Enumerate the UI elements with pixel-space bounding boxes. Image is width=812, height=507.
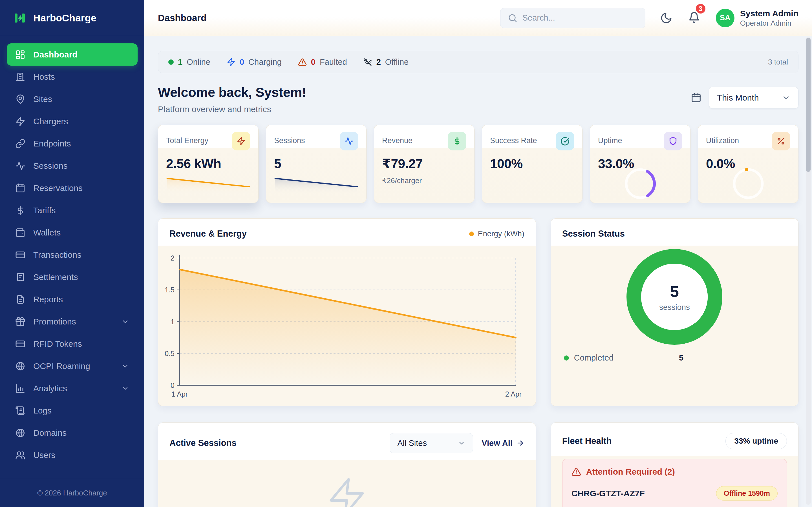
zap-icon [15, 116, 26, 126]
sidebar-item-promotions[interactable]: Promotions [7, 311, 138, 333]
chevron-down-icon [121, 318, 129, 326]
user-role: Operator Admin [740, 19, 799, 27]
sidebar-footer: © 2026 HarboCharge [0, 479, 144, 507]
charger-id: CHRG-GTZT-AZ7F [571, 489, 645, 498]
status-chip-offline: 2Offline [363, 57, 409, 67]
sidebar-item-users[interactable]: Users [7, 444, 138, 466]
sidebar-item-transactions[interactable]: Transactions [7, 244, 138, 266]
metric-card-utilization[interactable]: Utilization0.0% [698, 125, 799, 203]
scroll-icon [15, 406, 26, 416]
sidebar-item-reports[interactable]: Reports [7, 288, 138, 311]
globe-icon [15, 361, 26, 371]
svg-text:2: 2 [170, 254, 174, 262]
metric-card-revenue[interactable]: Revenue₹79.27₹26/charger [374, 125, 474, 203]
activity-icon [345, 136, 354, 146]
notifications-button[interactable]: 3 [688, 11, 700, 24]
chevron-down-icon [121, 362, 129, 370]
fleet-health-title: Fleet Health [562, 436, 612, 446]
search-icon [508, 13, 517, 23]
sidebar-item-chargers[interactable]: Chargers [7, 110, 138, 132]
welcome-title: Welcome back, System! [158, 84, 306, 100]
scrollbar-track [806, 37, 811, 505]
sidebar-item-dashboard[interactable]: Dashboard [7, 43, 138, 66]
site-filter-value: All Sites [397, 439, 427, 448]
sidebar-item-hosts[interactable]: Hosts [7, 66, 138, 88]
status-total: 3 total [768, 58, 788, 66]
metric-card-total-energy[interactable]: Total Energy2.56 kWh [158, 125, 259, 203]
sidebar: HarboCharge DashboardHostsSitesChargersE… [0, 0, 144, 507]
status-chip-online: 1Online [168, 57, 210, 67]
content: 1Online0Charging0Faulted2Offline 3 total… [144, 36, 812, 507]
scrollbar-thumb[interactable] [806, 38, 811, 172]
active-sessions-panel: Active Sessions All Sites View All [158, 422, 536, 507]
user-menu[interactable]: SA System Admin Operator Admin [716, 8, 799, 27]
chevron-down-icon [458, 439, 465, 447]
sidebar-nav: DashboardHostsSitesChargersEndpointsSess… [0, 36, 144, 479]
dark-mode-toggle-moon-icon[interactable] [660, 12, 672, 24]
status-chip-faulted: 0Faulted [298, 57, 347, 67]
chart-legend: Energy (kWh) [469, 230, 524, 238]
view-all-link[interactable]: View All [481, 439, 524, 448]
user-name: System Admin [740, 8, 799, 19]
zap-icon [237, 136, 246, 146]
file-text-icon [15, 294, 26, 304]
period-select[interactable]: This Month [709, 87, 799, 109]
sidebar-item-reservations[interactable]: Reservations [7, 177, 138, 199]
svg-text:0.5: 0.5 [165, 349, 174, 357]
zap-icon [227, 58, 236, 66]
legend-dot [469, 231, 474, 236]
donut-label: sessions [659, 303, 690, 312]
page-title: Dashboard [158, 13, 206, 23]
wallet-icon [15, 228, 26, 238]
welcome-subtitle: Platform overview and metrics [158, 105, 306, 114]
metric-card-uptime[interactable]: Uptime33.0% [590, 125, 691, 203]
session-donut-chart: 5 sessions [626, 249, 722, 345]
hosts-icon [15, 72, 26, 82]
donut-legend: Completed5 [551, 353, 798, 362]
sidebar-item-sites[interactable]: Sites [7, 88, 138, 110]
search-box[interactable] [500, 8, 645, 28]
logo: HarboCharge [0, 0, 144, 36]
active-sessions-title: Active Sessions [169, 438, 237, 448]
dollar-icon [15, 205, 26, 216]
sidebar-item-rfid-tokens[interactable]: RFID Tokens [7, 333, 138, 355]
sidebar-item-sessions[interactable]: Sessions [7, 155, 138, 177]
metric-card-success-rate[interactable]: Success Rate100% [482, 125, 582, 203]
check-circle-icon [560, 136, 569, 146]
site-filter-select[interactable]: All Sites [390, 433, 473, 453]
sidebar-item-tariffs[interactable]: Tariffs [7, 199, 138, 221]
sidebar-item-ocpi-roaming[interactable]: OCPI Roaming [7, 355, 138, 377]
dashboard-icon [15, 50, 26, 60]
sidebar-item-analytics[interactable]: Analytics [7, 377, 138, 399]
map-pin-icon [15, 94, 26, 104]
shield-icon [668, 136, 677, 146]
harbocharge-logo-icon [13, 11, 27, 25]
alert-triangle-icon [298, 58, 307, 66]
chevron-down-icon [782, 94, 790, 102]
sidebar-item-endpoints[interactable]: Endpoints [7, 132, 138, 155]
sidebar-item-settlements[interactable]: Settlements [7, 266, 138, 288]
main-area: Dashboard 3 SA System Admin Operator Adm… [144, 0, 812, 507]
sparkline [166, 174, 250, 195]
sidebar-item-wallets[interactable]: Wallets [7, 221, 138, 244]
search-input[interactable] [522, 13, 638, 22]
session-status-panel: Session Status 5 sessions Completed5 [551, 218, 799, 406]
activity-icon [15, 161, 26, 171]
empty-state-lightning-icon [326, 476, 368, 507]
sidebar-item-domains[interactable]: Domains [7, 421, 138, 444]
sidebar-item-logs[interactable]: Logs [7, 399, 138, 421]
receipt-icon [15, 272, 26, 282]
svg-text:2 Apr: 2 Apr [505, 390, 522, 398]
metric-cards: Total Energy2.56 kWhSessions5Revenue₹79.… [158, 125, 799, 203]
credit-card-icon [15, 250, 26, 260]
uptime-badge: 33% uptime [725, 433, 787, 449]
alert-triangle-icon [571, 467, 581, 476]
chevron-down-icon [121, 385, 129, 392]
link-icon [15, 138, 26, 149]
revenue-energy-panel: Revenue & Energy Energy (kWh) 00.511.521… [158, 218, 536, 406]
wifi-off-icon [363, 58, 372, 66]
svg-text:1: 1 [170, 318, 174, 326]
gift-icon [15, 317, 26, 327]
metric-card-sessions[interactable]: Sessions5 [266, 125, 366, 203]
sparkline [274, 174, 358, 195]
